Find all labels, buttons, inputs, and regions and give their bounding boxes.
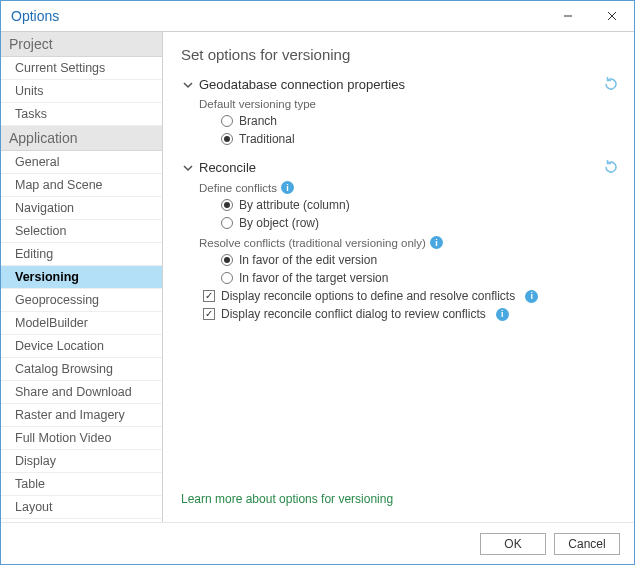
learn-more-link[interactable]: Learn more about options for versioning [181, 486, 616, 514]
radio-icon [221, 115, 233, 127]
nav-units[interactable]: Units [1, 80, 162, 103]
nav-share-download[interactable]: Share and Download [1, 381, 162, 404]
nav-device-location[interactable]: Device Location [1, 335, 162, 358]
ok-button[interactable]: OK [480, 533, 546, 555]
nav-table[interactable]: Table [1, 473, 162, 496]
checkbox-label: Display reconcile conflict dialog to rev… [221, 307, 486, 321]
radio-by-attribute[interactable]: By attribute (column) [221, 198, 616, 212]
nav-selection[interactable]: Selection [1, 220, 162, 243]
window-title: Options [11, 8, 546, 24]
radio-label: In favor of the target version [239, 271, 388, 285]
radio-icon [221, 133, 233, 145]
reset-reconcile-button[interactable] [600, 156, 622, 178]
category-project[interactable]: Project [1, 32, 162, 57]
radio-favor-target[interactable]: In favor of the target version [221, 271, 616, 285]
radio-label: By attribute (column) [239, 198, 350, 212]
section-header-reconcile[interactable]: Reconcile [181, 160, 616, 175]
options-dialog: Options Project Current Settings Units T… [0, 0, 635, 565]
nav-current-settings[interactable]: Current Settings [1, 57, 162, 80]
nav-versioning[interactable]: Versioning [1, 266, 162, 289]
nav-layout[interactable]: Layout [1, 496, 162, 519]
nav-navigation[interactable]: Navigation [1, 197, 162, 220]
default-versioning-label: Default versioning type [199, 98, 616, 110]
info-icon[interactable] [496, 308, 509, 321]
radio-label: Branch [239, 114, 277, 128]
sidebar: Project Current Settings Units Tasks App… [1, 32, 163, 522]
radio-icon [221, 217, 233, 229]
nav-editing[interactable]: Editing [1, 243, 162, 266]
cancel-button[interactable]: Cancel [554, 533, 620, 555]
section-title: Reconcile [199, 160, 256, 175]
nav-raster-imagery[interactable]: Raster and Imagery [1, 404, 162, 427]
section-title: Geodatabase connection properties [199, 77, 405, 92]
radio-icon [221, 199, 233, 211]
category-application[interactable]: Application [1, 126, 162, 151]
radio-label: Traditional [239, 132, 295, 146]
titlebar: Options [1, 1, 634, 31]
checkbox-display-options[interactable]: Display reconcile options to define and … [203, 289, 616, 303]
info-icon[interactable] [430, 236, 443, 249]
checkbox-display-dialog[interactable]: Display reconcile conflict dialog to rev… [203, 307, 616, 321]
info-icon[interactable] [525, 290, 538, 303]
chevron-down-icon [181, 80, 195, 90]
page-heading: Set options for versioning [181, 46, 616, 63]
define-conflicts-label: Define conflicts [199, 182, 277, 194]
checkbox-icon [203, 290, 215, 302]
resolve-conflicts-label: Resolve conflicts (traditional versionin… [199, 237, 426, 249]
content-area: Project Current Settings Units Tasks App… [1, 31, 634, 522]
radio-icon [221, 254, 233, 266]
nav-general[interactable]: General [1, 151, 162, 174]
checkbox-icon [203, 308, 215, 320]
nav-display[interactable]: Display [1, 450, 162, 473]
radio-by-object[interactable]: By object (row) [221, 216, 616, 230]
section-header-geodatabase[interactable]: Geodatabase connection properties [181, 77, 616, 92]
sidebar-scroll[interactable]: Project Current Settings Units Tasks App… [1, 32, 162, 522]
info-icon[interactable] [281, 181, 294, 194]
radio-favor-edit[interactable]: In favor of the edit version [221, 253, 616, 267]
nav-modelbuilder[interactable]: ModelBuilder [1, 312, 162, 335]
main-panel: Set options for versioning Geodatabase c… [163, 32, 634, 522]
minimize-button[interactable] [546, 1, 590, 31]
radio-branch[interactable]: Branch [221, 114, 616, 128]
section-reconcile: Reconcile Define conflicts By attribute … [181, 160, 616, 325]
radio-icon [221, 272, 233, 284]
nav-geoprocessing[interactable]: Geoprocessing [1, 289, 162, 312]
checkbox-label: Display reconcile options to define and … [221, 289, 515, 303]
nav-map-and-scene[interactable]: Map and Scene [1, 174, 162, 197]
close-button[interactable] [590, 1, 634, 31]
reset-geodatabase-button[interactable] [600, 73, 622, 95]
nav-catalog-browsing[interactable]: Catalog Browsing [1, 358, 162, 381]
dialog-button-bar: OK Cancel [1, 522, 634, 564]
chevron-down-icon [181, 163, 195, 173]
radio-label: In favor of the edit version [239, 253, 377, 267]
section-geodatabase: Geodatabase connection properties Defaul… [181, 77, 616, 150]
nav-full-motion-video[interactable]: Full Motion Video [1, 427, 162, 450]
radio-label: By object (row) [239, 216, 319, 230]
nav-tasks[interactable]: Tasks [1, 103, 162, 126]
radio-traditional[interactable]: Traditional [221, 132, 616, 146]
